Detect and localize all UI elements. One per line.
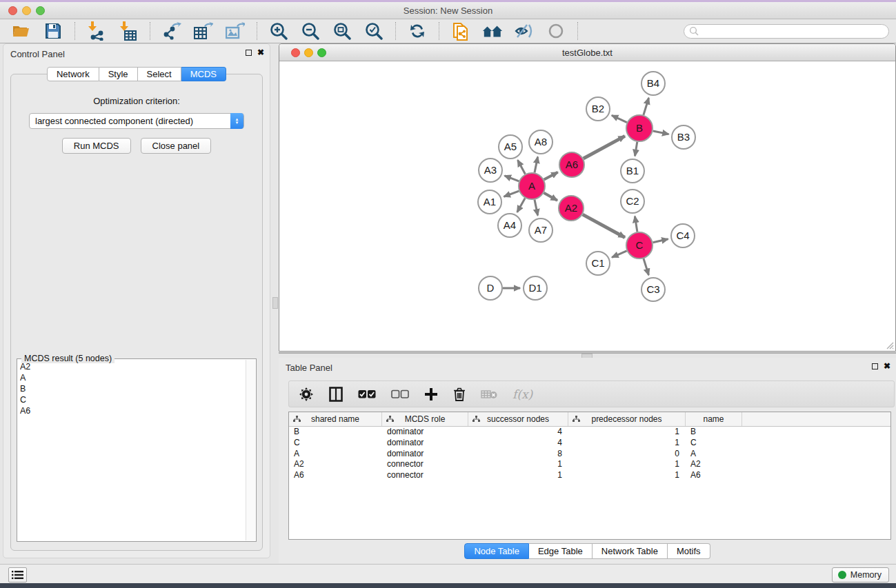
table-row[interactable]: Adominator80A [289, 449, 890, 460]
network-window-titlebar[interactable]: testGlobe.txt [279, 44, 895, 61]
save-session-icon[interactable] [43, 21, 63, 41]
first-neighbors-icon[interactable] [482, 21, 503, 41]
column-header-name[interactable]: name [686, 412, 742, 426]
node-table[interactable]: shared nameMCDS rolesuccessor nodesprede… [288, 412, 891, 540]
table-cell[interactable]: 1 [568, 427, 686, 438]
graph-edge-A-A8[interactable] [535, 157, 538, 173]
table-cell[interactable]: 4 [468, 427, 568, 438]
graph-edge-A-A3[interactable] [505, 176, 519, 181]
graph-edge-B-B1[interactable] [635, 142, 637, 156]
table-cell[interactable]: C [686, 438, 742, 449]
result-item[interactable]: A2 [20, 361, 245, 372]
select-all-icon[interactable] [358, 389, 376, 399]
result-item[interactable]: A6 [20, 405, 245, 416]
import-network-icon[interactable] [86, 21, 107, 41]
table-cell[interactable]: A2 [289, 459, 382, 470]
table-cell[interactable]: B [686, 427, 742, 438]
result-item[interactable]: A [20, 372, 245, 383]
table-cell[interactable]: dominator [382, 438, 468, 449]
mcds-result-list[interactable]: A2ABCA6 [20, 361, 245, 540]
graph-edge-A-A2[interactable] [544, 193, 557, 201]
tab-network[interactable]: Network [47, 67, 99, 81]
table-cell[interactable]: 1 [568, 438, 686, 449]
tab-mcds[interactable]: MCDS [181, 67, 226, 81]
gear-icon[interactable] [299, 387, 314, 402]
tab-node-table[interactable]: Node Table [464, 543, 529, 559]
result-scrollbar[interactable] [246, 360, 255, 540]
close-table-panel-icon[interactable]: ✖ [884, 363, 890, 370]
optimization-criterion-select[interactable]: largest connected component (directed) ▲… [29, 113, 244, 129]
table-cell[interactable]: A6 [686, 470, 742, 481]
graph-edge-A2-C[interactable] [583, 214, 625, 237]
table-cell[interactable]: dominator [382, 427, 468, 438]
tab-motifs[interactable]: Motifs [668, 543, 710, 559]
column-header-successor-nodes[interactable]: successor nodes [468, 412, 568, 426]
export-image-icon[interactable] [225, 21, 246, 41]
refresh-icon[interactable] [407, 21, 428, 41]
graph-edge-A-A6[interactable] [544, 172, 558, 180]
function-builder-icon[interactable]: f(x) [512, 387, 532, 401]
table-cell[interactable]: A2 [686, 459, 742, 470]
table-cell[interactable]: 4 [468, 438, 568, 449]
table-cell[interactable]: 1 [468, 470, 568, 481]
graph-edge-C-C3[interactable] [644, 258, 648, 275]
table-row[interactable]: A6connector11A6 [289, 470, 890, 481]
graph-edge-C-C4[interactable] [653, 239, 668, 243]
table-row[interactable]: Cdominator41C [289, 438, 890, 449]
close-panel-icon[interactable]: ✖ [257, 49, 264, 57]
delete-column-icon[interactable] [453, 387, 466, 402]
delete-table-icon[interactable] [481, 389, 497, 400]
table-row[interactable]: A2connector11A2 [289, 459, 890, 470]
graph-edge-C-C2[interactable] [635, 216, 637, 232]
zoom-in-icon[interactable] [268, 21, 289, 41]
deselect-all-icon[interactable] [391, 389, 409, 399]
table-cell[interactable]: A [686, 449, 742, 460]
table-cell[interactable]: connector [382, 470, 468, 481]
tab-style[interactable]: Style [99, 67, 138, 81]
show-all-icon[interactable] [546, 21, 566, 41]
vertical-divider-grip[interactable] [272, 297, 278, 309]
graph-edge-A6-B[interactable] [584, 136, 625, 159]
search-input[interactable] [684, 24, 889, 39]
tab-network-table[interactable]: Network Table [593, 543, 668, 559]
graph-edge-B-B3[interactable] [653, 131, 669, 134]
graph-edge-A-A7[interactable] [535, 200, 538, 216]
column-header-shared-name[interactable]: shared name [289, 412, 382, 426]
graph-edge-C-C1[interactable] [612, 251, 626, 257]
export-network-icon[interactable] [161, 21, 182, 41]
import-table-icon[interactable] [118, 21, 139, 41]
tab-edge-table[interactable]: Edge Table [529, 543, 593, 559]
table-cell[interactable]: 1 [568, 470, 686, 481]
hide-selected-icon[interactable] [514, 21, 535, 41]
table-cell[interactable]: A6 [289, 470, 382, 481]
graph-edge-A-A4[interactable] [517, 198, 525, 212]
open-file-icon[interactable] [11, 21, 32, 41]
graph-edge-B-B2[interactable] [612, 115, 627, 122]
table-cell[interactable]: C [289, 438, 382, 449]
table-header-row[interactable]: shared nameMCDS rolesuccessor nodesprede… [289, 412, 890, 427]
result-item[interactable]: C [20, 394, 245, 405]
zoom-fit-icon[interactable] [332, 21, 352, 41]
task-history-button[interactable] [8, 567, 27, 582]
table-row[interactable]: Bdominator41B [289, 427, 890, 438]
split-columns-icon[interactable] [329, 387, 343, 402]
add-column-icon[interactable] [424, 387, 438, 401]
resize-grip-icon[interactable] [884, 340, 894, 349]
graph-edge-A-A5[interactable] [518, 160, 526, 174]
table-cell[interactable]: A [289, 449, 382, 460]
table-cell[interactable]: 1 [468, 459, 568, 470]
network-graph-canvas[interactable]: A5A8A6A3AA1A2A4A7B4B2BB3B1C2CC4C1C3DD1 [280, 62, 895, 351]
column-header-predecessor-nodes[interactable]: predecessor nodes [568, 412, 686, 426]
zoom-out-icon[interactable] [300, 21, 321, 41]
close-panel-button[interactable]: Close panel [141, 138, 212, 154]
export-table-icon[interactable] [193, 21, 214, 41]
table-cell[interactable]: B [289, 427, 382, 438]
clone-network-icon[interactable] [450, 21, 471, 41]
table-cell[interactable]: 1 [568, 459, 686, 470]
result-item[interactable]: B [20, 383, 245, 394]
table-cell[interactable]: 8 [468, 449, 568, 460]
zoom-selected-icon[interactable] [364, 21, 384, 41]
tab-select[interactable]: Select [138, 67, 181, 81]
table-cell[interactable]: 0 [568, 449, 686, 460]
run-mcds-button[interactable]: Run MCDS [62, 138, 131, 154]
